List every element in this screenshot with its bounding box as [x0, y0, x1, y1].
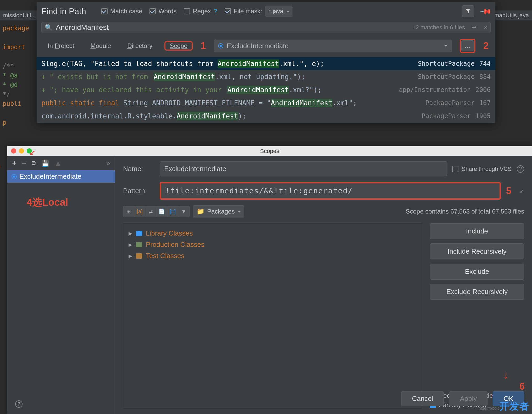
editor-tab-left[interactable]: missionUtil...	[0, 10, 39, 20]
exclude-recursively-button[interactable]: Exclude Recursively	[430, 284, 524, 300]
find-title: Find in Path	[41, 7, 86, 16]
search-field-row: 🔍 AndroidManifest 12 matches in 6 files …	[41, 22, 491, 33]
file-mask-select[interactable]: *.java	[265, 6, 292, 17]
result-row[interactable]: + " exists but is not from AndroidManife…	[37, 70, 495, 83]
result-row[interactable]: Slog.e(TAG, "Failed to load shortcuts fr…	[37, 57, 495, 70]
annotation-1: 1	[201, 40, 206, 51]
tree-tool-3[interactable]: ⇄	[145, 206, 156, 217]
expand-icon[interactable]: ⤢	[520, 188, 524, 194]
tree-tool-4[interactable]: 📄	[156, 206, 167, 217]
scope-dropdown[interactable]: ExcludeIntermediate	[214, 40, 452, 52]
scope-name-input[interactable]: ExcludeIntermediate	[160, 161, 447, 176]
scope-tree[interactable]: ▶Library Classes ▶Production Classes ▶Te…	[123, 223, 422, 409]
scope-list-item[interactable]: ExcludeIntermediate	[7, 170, 115, 183]
result-row[interactable]: com.android.internal.R.styleable.Android…	[37, 110, 495, 123]
tree-tool-2[interactable]: [a]	[134, 206, 145, 217]
scope-target-icon	[218, 43, 223, 48]
tree-tool-1[interactable]: ⊞	[123, 206, 134, 217]
annotation-2: 2	[483, 40, 489, 51]
filter-tool-icon[interactable]: ▼	[178, 206, 189, 217]
pin-icon[interactable]: 📌	[480, 5, 492, 18]
match-count: 12 matches in 6 files	[412, 24, 465, 31]
up-icon[interactable]: ▲	[54, 159, 62, 167]
search-input[interactable]: AndroidManifest	[56, 23, 412, 32]
scopes-dialog: ↙ Scopes + − ⧉ 💾 ▲ » ExcludeIntermediate…	[7, 146, 532, 414]
scope-target-icon	[12, 174, 17, 179]
search-icon: 🔍	[45, 24, 53, 31]
scope-count-text: Scope contains 67,563 of total 67,563 fi…	[406, 208, 524, 215]
annotation-4: 4选Local	[27, 196, 115, 209]
tree-item-production[interactable]: ▶Production Classes	[129, 239, 417, 250]
window-minimize-icon[interactable]	[19, 148, 24, 154]
file-mask-checkbox[interactable]: File mask:	[225, 8, 262, 15]
remove-scope-button[interactable]: −	[22, 159, 27, 168]
scope-directory[interactable]: Directory	[123, 41, 157, 51]
annotation-3: 3	[0, 160, 1, 171]
enter-icon[interactable]: ↩	[472, 24, 476, 31]
editor-background: package import /** * @a * @d */ publi p	[0, 21, 37, 130]
pattern-input[interactable]: !file:intermediates/&&!file:generated/	[161, 183, 500, 198]
clear-search-icon[interactable]: ×	[483, 24, 487, 32]
tree-item-library[interactable]: ▶Library Classes	[129, 228, 417, 239]
scopes-sidebar: + − ⧉ 💾 ▲ » ExcludeIntermediate 4选Local	[7, 156, 115, 414]
pattern-label: Pattern:	[123, 187, 154, 195]
result-row[interactable]: + "; have you declared this activity in …	[37, 83, 495, 96]
exclude-button[interactable]: Exclude	[430, 264, 524, 280]
match-case-checkbox[interactable]: Match case	[101, 8, 142, 15]
chevron-down-icon	[444, 45, 447, 48]
dialog-help-icon[interactable]: ?	[15, 400, 23, 408]
scope-ellipsis-button[interactable]: ...	[461, 40, 474, 51]
find-in-path-dialog: Find in Path Match case Words Regex ? Fi…	[37, 2, 495, 123]
folder-icon: 📁	[197, 208, 204, 215]
annotation-arrow-down: ↓	[503, 369, 508, 381]
help-icon[interactable]: ?	[517, 165, 524, 173]
regex-checkbox[interactable]: Regex ?	[184, 8, 217, 15]
cancel-button[interactable]: Cancel	[401, 391, 444, 406]
tree-tool-5[interactable]: [□]	[167, 206, 178, 217]
words-checkbox[interactable]: Words	[149, 8, 176, 15]
include-button[interactable]: Include	[430, 223, 524, 239]
results-list: Slog.e(TAG, "Failed to load shortcuts fr…	[37, 57, 495, 123]
result-row[interactable]: public static final String ANDROID_MANIF…	[37, 96, 495, 110]
save-scope-button[interactable]: 💾	[41, 160, 49, 167]
scope-module[interactable]: Module	[86, 41, 115, 51]
filter-icon[interactable]	[462, 5, 474, 17]
include-recursively-button[interactable]: Include Recursively	[430, 243, 524, 259]
name-label: Name:	[123, 165, 154, 173]
tree-item-test[interactable]: ▶Test Classes	[129, 250, 417, 262]
scopes-titlebar: ↙ Scopes	[7, 146, 532, 156]
annotation-arrow: ↙	[29, 148, 35, 157]
window-close-icon[interactable]	[11, 148, 16, 154]
annotation-5: 5	[506, 186, 511, 197]
copy-scope-button[interactable]: ⧉	[32, 160, 36, 167]
share-vcs-checkbox[interactable]: Share through VCS	[452, 166, 512, 172]
add-scope-button[interactable]: +	[12, 159, 17, 168]
packages-select[interactable]: 📁 Packages	[193, 205, 244, 217]
scope-in-project[interactable]: In In ProjectProject	[43, 41, 78, 51]
watermark: https://blog.c开发者	[479, 400, 529, 413]
regex-help-icon[interactable]: ?	[214, 8, 218, 15]
more-icon[interactable]: »	[106, 159, 110, 167]
scope-scope-tab[interactable]: Scope	[165, 41, 192, 51]
